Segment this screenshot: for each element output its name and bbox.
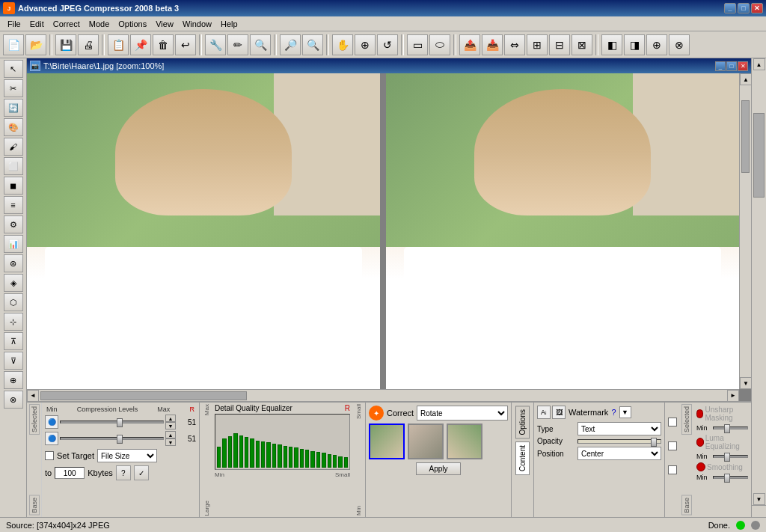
checkbox-3[interactable] [668, 465, 677, 474]
sidebar-tool-4[interactable]: 🎨 [4, 118, 23, 136]
watermark-type-select[interactable]: Text [577, 422, 661, 435]
slider-2-down[interactable]: ▼ [165, 438, 176, 446]
target-value-input[interactable] [55, 467, 85, 479]
v-scroll-up[interactable]: ▲ [740, 73, 751, 85]
eq-bar-19[interactable] [322, 453, 325, 468]
eq-bar-11[interactable] [278, 444, 281, 468]
eq-bar-4[interactable] [239, 435, 243, 468]
menu-mode[interactable]: Mode [85, 18, 114, 30]
toolbar-layout2[interactable]: ⊟ [549, 34, 570, 55]
sidebar-tool-3[interactable]: 🔄 [4, 99, 23, 117]
toolbar-rotate[interactable]: ↺ [377, 34, 398, 55]
eq-bar-5[interactable] [245, 437, 248, 468]
eq-bar-23[interactable] [344, 457, 348, 468]
target-type-select[interactable]: File Size [97, 449, 157, 462]
toolbar-zoom-out[interactable]: 🔍 [302, 34, 323, 55]
eq-bar-17[interactable] [310, 451, 314, 468]
eq-bar-0[interactable] [217, 447, 221, 468]
target-info-button[interactable]: ? [116, 465, 131, 480]
toolbar-new[interactable]: 📄 [3, 34, 24, 55]
watermark-expand[interactable]: ▼ [619, 406, 631, 418]
eq-bar-14[interactable] [294, 447, 298, 468]
eq-bar-1[interactable] [222, 438, 226, 468]
eq-bar-7[interactable] [256, 441, 260, 468]
eq-bar-3[interactable] [233, 433, 237, 468]
doc-close[interactable]: ✕ [738, 61, 748, 71]
eq-bar-22[interactable] [338, 456, 342, 468]
menu-options[interactable]: Options [114, 18, 151, 30]
eq-bar-18[interactable] [316, 452, 320, 468]
v-scroll-down[interactable]: ▼ [740, 377, 751, 389]
toolbar-move[interactable]: ✋ [332, 34, 353, 55]
compression-slider-1[interactable] [60, 421, 164, 424]
v-scroll-track[interactable] [740, 85, 751, 377]
sidebar-tool-10[interactable]: 📊 [4, 235, 23, 253]
h-scroll-thumb[interactable] [40, 391, 247, 400]
scroll-left-button[interactable]: ◄ [27, 390, 39, 402]
sidebar-tool-11[interactable]: ⊛ [4, 254, 23, 272]
sidebar-tool-14[interactable]: ⊹ [4, 313, 23, 331]
toolbar-import[interactable]: 📥 [482, 34, 503, 55]
menu-file[interactable]: File [3, 18, 25, 30]
sidebar-tool-18[interactable]: ⊗ [4, 391, 23, 409]
sidebar-tool-7[interactable]: ◼ [4, 177, 23, 195]
thumb-2[interactable] [408, 424, 444, 459]
checkbox-2[interactable] [668, 441, 677, 450]
toolbar-extra3[interactable]: ⊕ [646, 34, 667, 55]
maximize-button[interactable]: □ [738, 3, 750, 13]
toolbar-undo[interactable]: ↩ [175, 34, 196, 55]
tab-content[interactable]: Content [515, 441, 530, 475]
sidebar-tool-2[interactable]: ✂ [4, 79, 23, 97]
slider-1-down[interactable]: ▼ [165, 422, 176, 429]
target-apply-button[interactable]: ✓ [134, 465, 149, 480]
panel-divider[interactable] [380, 73, 386, 389]
compression-slider-2[interactable] [60, 437, 164, 440]
sidebar-tool-8[interactable]: ≡ [4, 196, 23, 214]
toolbar-tool1[interactable]: 🔧 [205, 34, 226, 55]
menu-edit[interactable]: Edit [25, 18, 49, 30]
toolbar-export[interactable]: 📤 [459, 34, 480, 55]
sidebar-tool-17[interactable]: ⊕ [4, 371, 23, 389]
sidebar-tool-15[interactable]: ⊼ [4, 332, 23, 350]
eq-bar-15[interactable] [300, 449, 304, 468]
eq-bar-16[interactable] [305, 450, 309, 468]
scroll-up-button[interactable]: ▲ [753, 58, 765, 70]
toolbar-extra1[interactable]: ◧ [601, 34, 622, 55]
scroll-thumb-v[interactable] [753, 113, 765, 198]
toolbar-copy[interactable]: 📋 [108, 34, 129, 55]
toolbar-saveall[interactable]: 🖨 [78, 34, 99, 55]
toolbar-open[interactable]: 📂 [25, 34, 46, 55]
toolbar-layout3[interactable]: ⊠ [572, 34, 592, 55]
toolbar-save[interactable]: 💾 [55, 34, 76, 55]
apply-button[interactable]: Apply [416, 462, 460, 475]
dqe-equalizer[interactable] [215, 414, 350, 470]
toolbar-tool3[interactable]: 🔍 [250, 34, 271, 55]
toolbar-delete[interactable]: 🗑 [153, 34, 174, 55]
toolbar-select[interactable]: ⊕ [355, 34, 376, 55]
slider-2-up[interactable]: ▲ [165, 431, 176, 438]
eq-bar-10[interactable] [272, 444, 276, 468]
checkbox-1[interactable] [668, 418, 677, 426]
eq-bar-9[interactable] [266, 442, 270, 468]
sidebar-tool-9[interactable]: ⚙ [4, 215, 23, 233]
slider-1-up[interactable]: ▲ [165, 415, 176, 422]
toolbar-layout[interactable]: ⊞ [527, 34, 548, 55]
eq-bar-13[interactable] [289, 447, 292, 468]
menu-correct[interactable]: Correct [49, 18, 85, 30]
eq-bar-12[interactable] [284, 446, 287, 468]
scroll-down-button[interactable]: ▼ [753, 493, 765, 505]
scroll-track-v[interactable] [752, 70, 766, 493]
toolbar-rect[interactable]: ▭ [407, 34, 428, 55]
toolbar-ellipse[interactable]: ⬭ [429, 34, 450, 55]
eq-bar-21[interactable] [333, 455, 337, 468]
correct-rotate-select[interactable]: Rotate [417, 406, 508, 421]
watermark-help[interactable]: ? [611, 408, 616, 417]
smoothing-slider[interactable] [713, 476, 748, 479]
menu-help[interactable]: Help [216, 18, 242, 30]
v-scroll-thumb[interactable] [741, 100, 750, 174]
minimize-button[interactable]: _ [724, 3, 736, 13]
watermark-opacity-slider[interactable] [577, 439, 661, 444]
eq-bar-6[interactable] [250, 438, 254, 468]
menu-view[interactable]: View [151, 18, 178, 30]
sidebar-tool-1[interactable]: ↖ [4, 60, 23, 78]
